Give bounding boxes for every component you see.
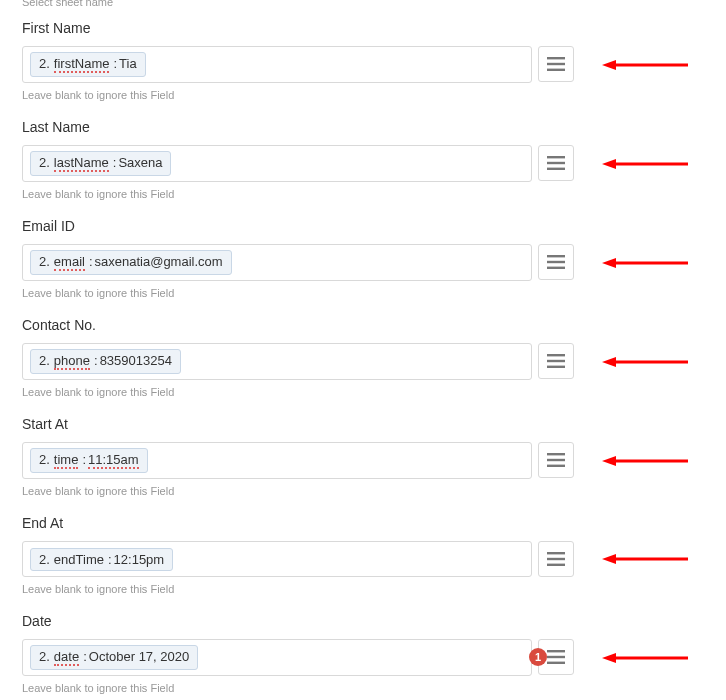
helper-text: Leave blank to ignore this Field: [22, 287, 704, 299]
token-value: 12:15pm: [114, 552, 165, 567]
token-value: Saxena: [118, 155, 162, 170]
helper-text: Leave blank to ignore this Field: [22, 583, 704, 595]
token-input[interactable]: 2.lastName: Saxena: [22, 145, 532, 182]
token-value: October 17, 2020: [89, 649, 189, 664]
helper-top-text: Select sheet name: [22, 0, 704, 16]
helper-text: Leave blank to ignore this Field: [22, 89, 704, 101]
svg-rect-12: [547, 267, 565, 269]
field-label: Email ID: [22, 218, 704, 234]
menu-icon: [547, 453, 565, 467]
annotation-arrow-icon: [602, 552, 688, 566]
svg-marker-34: [602, 653, 616, 663]
input-row: 2.date : October 17, 20201: [22, 639, 704, 676]
helper-text: Leave blank to ignore this Field: [22, 682, 704, 694]
token-input[interactable]: 2.date : October 17, 2020: [22, 639, 532, 676]
annotation-arrow-icon: [602, 454, 688, 468]
input-row: 2.lastName: Saxena: [22, 145, 704, 182]
menu-icon: [547, 57, 565, 71]
svg-rect-5: [547, 156, 565, 158]
token-value: Tia: [119, 56, 137, 71]
field-label: End At: [22, 515, 704, 531]
token-separator: :: [108, 552, 112, 567]
field-options-button[interactable]: 1: [538, 639, 574, 675]
svg-rect-26: [547, 558, 565, 560]
token-prefix: 2.: [39, 155, 50, 170]
input-row: 2.email : saxenatia@gmail.com: [22, 244, 704, 281]
svg-rect-27: [547, 564, 565, 566]
svg-marker-9: [602, 159, 616, 169]
svg-marker-4: [602, 60, 616, 70]
menu-icon: [547, 354, 565, 368]
menu-icon: [547, 552, 565, 566]
field-label: First Name: [22, 20, 704, 36]
field-label: Date: [22, 613, 704, 629]
input-row: 2.time : 11:15am: [22, 442, 704, 479]
field-options-button[interactable]: [538, 343, 574, 379]
token-input[interactable]: 2.phone : 8359013254: [22, 343, 532, 380]
field-group: Date2.date : October 17, 20201Leave blan…: [22, 613, 704, 694]
token-prefix: 2.: [39, 552, 50, 567]
field-token[interactable]: 2.endTime: 12:15pm: [30, 548, 173, 571]
field-group: First Name2.firstName: TiaLeave blank to…: [22, 20, 704, 101]
field-label: Contact No.: [22, 317, 704, 333]
helper-text: Leave blank to ignore this Field: [22, 188, 704, 200]
field-group: Last Name2.lastName: SaxenaLeave blank t…: [22, 119, 704, 200]
field-options-button[interactable]: [538, 46, 574, 82]
field-options-button[interactable]: [538, 244, 574, 280]
svg-rect-6: [547, 162, 565, 164]
field-token[interactable]: 2.firstName: Tia: [30, 52, 146, 77]
svg-marker-24: [602, 456, 616, 466]
menu-icon: [547, 156, 565, 170]
input-row: 2.endTime: 12:15pm: [22, 541, 704, 577]
svg-rect-11: [547, 261, 565, 263]
token-key: time: [54, 452, 79, 469]
svg-marker-14: [602, 258, 616, 268]
menu-icon: [547, 255, 565, 269]
field-options-button[interactable]: [538, 541, 574, 577]
field-token[interactable]: 2.time : 11:15am: [30, 448, 148, 473]
annotation-arrow-icon: [602, 651, 688, 665]
svg-rect-7: [547, 168, 565, 170]
input-row: 2.firstName: Tia: [22, 46, 704, 83]
field-token[interactable]: 2.lastName: Saxena: [30, 151, 171, 176]
svg-rect-10: [547, 255, 565, 257]
field-options-button[interactable]: [538, 442, 574, 478]
svg-rect-21: [547, 459, 565, 461]
input-row: 2.phone : 8359013254: [22, 343, 704, 380]
field-options-button[interactable]: [538, 145, 574, 181]
token-value: saxenatia@gmail.com: [95, 254, 223, 269]
token-separator: :: [113, 56, 117, 71]
helper-text: Leave blank to ignore this Field: [22, 485, 704, 497]
field-token[interactable]: 2.date : October 17, 2020: [30, 645, 198, 670]
field-group: Start At2.time : 11:15amLeave blank to i…: [22, 416, 704, 497]
svg-rect-30: [547, 650, 565, 652]
svg-rect-20: [547, 453, 565, 455]
field-label: Start At: [22, 416, 704, 432]
token-value: 8359013254: [100, 353, 172, 368]
annotation-arrow-icon: [602, 256, 688, 270]
token-input[interactable]: 2.time : 11:15am: [22, 442, 532, 479]
token-prefix: 2.: [39, 254, 50, 269]
token-prefix: 2.: [39, 56, 50, 71]
warning-badge: 1: [529, 648, 547, 666]
field-token[interactable]: 2.email : saxenatia@gmail.com: [30, 250, 232, 275]
field-group: Contact No.2.phone : 8359013254Leave bla…: [22, 317, 704, 398]
svg-rect-25: [547, 552, 565, 554]
svg-rect-31: [547, 656, 565, 658]
svg-rect-32: [547, 662, 565, 664]
token-input[interactable]: 2.firstName: Tia: [22, 46, 532, 83]
helper-text: Leave blank to ignore this Field: [22, 386, 704, 398]
token-key: date: [54, 649, 79, 666]
token-value: 11:15am: [88, 452, 139, 469]
field-token[interactable]: 2.phone : 8359013254: [30, 349, 181, 374]
annotation-arrow-icon: [602, 157, 688, 171]
svg-marker-19: [602, 357, 616, 367]
annotation-arrow-icon: [602, 58, 688, 72]
token-key: phone: [54, 353, 90, 370]
token-input[interactable]: 2.endTime: 12:15pm: [22, 541, 532, 577]
token-input[interactable]: 2.email : saxenatia@gmail.com: [22, 244, 532, 281]
token-key: email: [54, 254, 85, 271]
svg-rect-22: [547, 465, 565, 467]
token-key: firstName: [54, 56, 110, 73]
token-separator: :: [82, 452, 86, 467]
